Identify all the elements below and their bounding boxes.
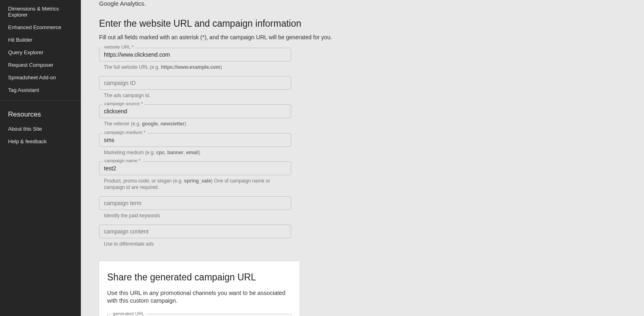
campaign-source-label: campaign source * — [103, 102, 144, 106]
sidebar-item-query-explorer[interactable]: Query Explorer — [0, 46, 81, 59]
share-heading: Share the generated campaign URL — [107, 272, 291, 283]
sidebar: Dimensions & Metrics Explorer Enhanced E… — [0, 0, 81, 316]
share-description: Use this URL in any promotional channels… — [107, 289, 291, 305]
sidebar-divider — [0, 100, 81, 101]
campaign-name-label: campaign name * — [103, 159, 142, 163]
campaign-term-field-wrap — [99, 196, 291, 210]
website-url-input[interactable] — [99, 48, 291, 62]
campaign-medium-field-wrap: campaign medium * — [99, 133, 291, 147]
sidebar-item-request-composer[interactable]: Request Composer — [0, 59, 81, 71]
sidebar-item-hit-builder[interactable]: Hit Builder — [0, 34, 81, 46]
website-url-field-wrap: website URL * — [99, 48, 291, 62]
campaign-medium-input[interactable] — [99, 133, 291, 147]
sidebar-item-tag-assistant[interactable]: Tag Assistant — [0, 84, 81, 96]
campaign-term-helper: Identify the paid keywords — [99, 211, 291, 225]
website-url-helper: The full website URL (e.g. https://www.e… — [99, 62, 291, 76]
sidebar-item-about[interactable]: About this Site — [0, 123, 81, 135]
campaign-content-field-wrap — [99, 225, 291, 238]
sidebar-item-dimensions-metrics[interactable]: Dimensions & Metrics Explorer — [0, 2, 81, 21]
generated-url-field: generated URL https://www.clicksend.com?… — [107, 314, 291, 316]
sidebar-item-spreadsheet-addon[interactable]: Spreadsheet Add-on — [0, 71, 81, 84]
form-description: Fill out all fields marked with an aster… — [99, 34, 626, 40]
campaign-content-helper: Use to differentiate ads — [99, 239, 291, 253]
intro-fragment: Google Analytics. — [99, 0, 626, 7]
sidebar-item-help[interactable]: Help & feedback — [0, 135, 81, 148]
campaign-source-input[interactable] — [99, 104, 291, 118]
campaign-medium-label: campaign medium * — [103, 130, 147, 135]
campaign-name-input[interactable] — [99, 161, 291, 175]
sidebar-item-enhanced-ecommerce[interactable]: Enhanced Ecommerce — [0, 21, 81, 34]
website-url-label: website URL * — [103, 45, 135, 50]
sidebar-resources-header: Resources — [0, 105, 81, 123]
campaign-id-input[interactable] — [99, 76, 291, 90]
campaign-form: website URL * The full website URL (e.g.… — [99, 48, 291, 253]
campaign-id-field-wrap — [99, 76, 291, 90]
campaign-name-field-wrap: campaign name * — [99, 161, 291, 175]
share-card: Share the generated campaign URL Use thi… — [99, 261, 300, 316]
generated-url-label: generated URL — [111, 312, 146, 316]
campaign-term-input[interactable] — [99, 196, 291, 210]
campaign-name-helper: Product, promo code, or slogan (e.g. spr… — [99, 176, 291, 196]
campaign-content-input[interactable] — [99, 225, 291, 238]
main-content: Google Analytics. Enter the website URL … — [81, 0, 644, 316]
form-heading: Enter the website URL and campaign infor… — [99, 18, 626, 29]
campaign-source-field-wrap: campaign source * — [99, 104, 291, 118]
